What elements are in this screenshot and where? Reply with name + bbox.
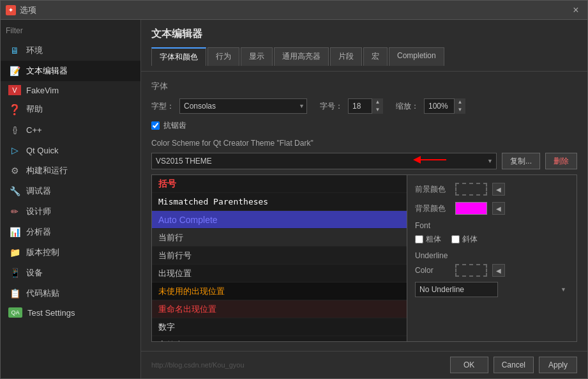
font-size-down-button[interactable]: ▼ [372,106,383,114]
color-list-item[interactable]: 括号 [152,175,407,193]
fakevim-icon: V [8,85,21,95]
sidebar-item-build-run-label: 构建和运行 [26,165,68,176]
sidebar-item-build-run[interactable]: ⚙ 构建和运行 [1,160,140,181]
bg-color-row: 背景颜色 ◀ [415,202,569,215]
window-title: 选项 [20,4,569,16]
test-settings-icon: QA [8,307,22,318]
underline-color-swatch[interactable] [455,264,487,277]
sidebar-item-qt-quick-label: Qt Quick [26,146,59,155]
analyzer-icon: 📊 [8,226,21,238]
zoom-arrows: ▲ ▼ [454,98,465,114]
font-select[interactable]: Consolas [179,98,307,114]
sidebar-item-code-paste[interactable]: 📋 代码粘贴 [1,283,140,304]
device-icon: 📱 [8,267,21,279]
zoom-label: 缩放： [396,101,419,112]
sidebar-item-code-paste-label: 代码粘贴 [26,288,59,299]
env-icon: 🖥 [8,44,21,57]
color-list-item[interactable]: 出现位置 [152,265,407,282]
delete-scheme-button[interactable]: 删除 [545,153,577,169]
sidebar-filter-label: Filter [1,24,140,40]
fg-color-row: 前景颜色 ◀ [415,183,569,196]
tab-behavior[interactable]: 行为 [207,47,239,66]
sidebar-item-designer[interactable]: ✏ 设计师 [1,201,140,222]
font-row: 字型： Consolas 字号： ▲ ▼ 缩放： [151,98,577,114]
bold-label: 粗体 [426,234,441,245]
font-checkboxes: 粗体 斜体 [415,234,569,245]
tab-snippets[interactable]: 片段 [330,47,362,66]
bg-color-label: 背景颜色 [415,203,450,214]
color-list-item[interactable]: 重命名出现位置 [152,300,407,318]
font-size-spinbox: ▲ ▼ [348,98,383,114]
tab-macros[interactable]: 宏 [363,47,388,66]
sidebar-item-fakevim[interactable]: V FakeVim [1,81,140,99]
copy-scheme-button[interactable]: 复制... [502,153,540,169]
zoom-up-button[interactable]: ▲ [455,98,465,106]
color-scheme-description: Color Scheme for Qt Creator Theme "Flat … [151,139,577,148]
italic-checkbox-item: 斜体 [451,234,478,245]
tab-display[interactable]: 显示 [241,47,273,66]
sidebar-item-test-settings-label: Test Settings [27,308,75,318]
underline-style-wrapper: No Underline Single Underline Double Und… [415,282,569,297]
ok-button[interactable]: OK [450,357,488,373]
tab-bar: 字体和颜色 行为 显示 通用高亮器 片段 宏 Completion [151,47,577,66]
sidebar-item-fakevim-label: FakeVim [26,86,59,95]
main-window: ✦ 选项 × Filter 🖥 环境 📝 文本编辑器 V FakeVim ❓ 帮… [0,0,588,379]
font-size-label: 字号： [320,101,343,112]
qt-quick-icon: ▷ [8,144,21,157]
color-list-item[interactable]: Mismatched Parentheses [152,193,407,211]
color-scheme-row: VS2015 THEME [151,153,577,169]
sidebar-item-device[interactable]: 📱 设备 [1,263,140,283]
sidebar-item-help[interactable]: ❓ 帮助 [1,99,140,120]
sidebar-item-test-settings[interactable]: QA Test Settings [1,304,140,321]
sidebar-item-qt-quick[interactable]: ▷ Qt Quick [1,140,140,160]
tab-font-color[interactable]: 字体和颜色 [151,47,206,66]
italic-checkbox[interactable] [451,235,460,244]
apply-button[interactable]: Apply [539,357,577,373]
sidebar-item-cpp[interactable]: {} C++ [1,120,140,140]
sidebar-item-cpp-label: C++ [26,125,42,135]
sidebar-item-env[interactable]: 🖥 环境 [1,40,140,61]
color-list-item[interactable]: 字符串 [152,336,407,341]
color-list-item[interactable]: Auto Complete [152,211,407,229]
sidebar-item-analyzer-label: 分析器 [26,226,51,238]
sidebar-item-analyzer[interactable]: 📊 分析器 [1,222,140,242]
fg-color-arrow-button[interactable]: ◀ [492,183,505,196]
font-size-up-button[interactable]: ▲ [372,98,383,106]
color-right-panel: 前景颜色 ◀ 背景颜色 ◀ Font [407,175,577,341]
panel-body: 字体 字型： Consolas 字号： ▲ ▼ [141,72,587,351]
font-section-label: Font [415,221,569,230]
antialias-row: 抗锯齿 [151,120,577,131]
zoom-down-button[interactable]: ▼ [455,106,465,114]
tab-completion[interactable]: Completion [389,47,444,66]
sidebar-item-version-control-label: 版本控制 [26,247,59,258]
color-config-area: 括号 Mismatched Parentheses Auto Complete … [151,174,577,342]
sidebar-item-debugger[interactable]: 🔧 调试器 [1,181,140,201]
tab-advanced[interactable]: 通用高亮器 [274,47,329,66]
sidebar-item-text-editor-label: 文本编辑器 [26,65,68,77]
close-button[interactable]: × [569,4,582,17]
color-list-item[interactable]: 数字 [152,318,407,336]
bg-color-arrow-button[interactable]: ◀ [492,202,505,215]
sidebar-item-designer-label: 设计师 [26,206,51,217]
text-editor-icon: 📝 [8,65,21,77]
underline-color-arrow-button[interactable]: ◀ [492,264,505,277]
main-content-panel: 文本编辑器 字体和颜色 行为 显示 通用高亮器 片段 宏 Completion … [141,20,587,378]
scheme-select[interactable]: VS2015 THEME [151,153,497,169]
color-list[interactable]: 括号 Mismatched Parentheses Auto Complete … [152,175,407,341]
panel-header: 文本编辑器 字体和颜色 行为 显示 通用高亮器 片段 宏 Completion [141,20,587,72]
fg-color-swatch[interactable] [455,183,487,196]
bg-color-swatch[interactable] [455,202,487,215]
cancel-button[interactable]: Cancel [494,357,534,373]
code-paste-icon: 📋 [8,287,21,300]
sidebar-item-version-control[interactable]: 📁 版本控制 [1,242,140,263]
underline-style-select[interactable]: No Underline Single Underline Double Und… [415,282,498,297]
antialias-checkbox[interactable] [151,121,160,130]
color-list-item[interactable]: 当前行 [152,229,407,247]
scheme-dropdown-wrapper: VS2015 THEME [151,153,497,169]
color-list-item[interactable]: 当前行号 [152,247,407,265]
sidebar: Filter 🖥 环境 📝 文本编辑器 V FakeVim ❓ 帮助 {} C+… [1,20,141,378]
sidebar-item-text-editor[interactable]: 📝 文本编辑器 [1,61,140,81]
bold-checkbox[interactable] [415,235,423,244]
sidebar-item-device-label: 设备 [26,267,43,279]
color-list-item[interactable]: 未使用的出现位置 [152,282,407,300]
